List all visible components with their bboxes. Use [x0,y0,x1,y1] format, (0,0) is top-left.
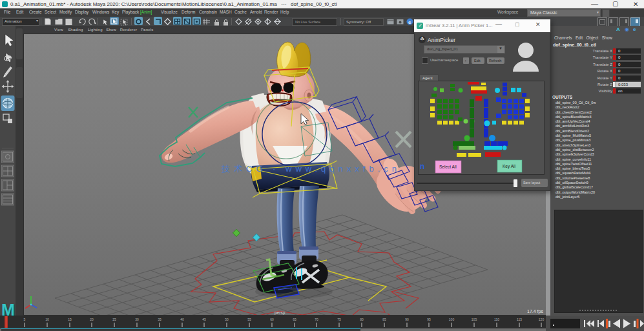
svg-text:110: 110 [494,317,499,321]
svg-text:100: 100 [449,317,455,321]
svg-text:40: 40 [180,317,184,321]
svg-text:95: 95 [427,317,431,321]
svg-text:17.4 fps: 17.4 fps [527,309,543,314]
svg-text:35: 35 [158,317,161,321]
svg-text:60: 60 [270,317,274,321]
svg-text:50: 50 [225,317,229,321]
svg-text:85: 85 [382,317,386,321]
svg-text:5: 5 [24,317,26,321]
svg-text:R: R [304,119,307,123]
svg-text:70: 70 [315,317,318,321]
svg-text:Key All: Key All [503,164,515,169]
svg-text:105: 105 [472,317,477,321]
svg-text:Select All: Select All [439,165,457,169]
svg-text:persp: persp [275,310,286,316]
svg-text:技术CG · www.qqnxxfb.cn: 技术CG · www.qqnxxfb.cn [221,164,400,174]
svg-text:120: 120 [539,317,545,321]
svg-text:80: 80 [360,317,364,321]
svg-text:15: 15 [68,317,72,321]
svg-text:10: 10 [45,317,49,321]
svg-text:55: 55 [247,317,251,321]
svg-text:90: 90 [405,317,409,321]
svg-text:30: 30 [135,317,139,321]
svg-text:115: 115 [517,317,522,321]
svg-text:65: 65 [293,317,296,321]
svg-text:45: 45 [202,317,206,321]
svg-text:75: 75 [337,317,341,321]
svg-text:20: 20 [90,317,94,321]
svg-text:n: n [420,162,424,171]
svg-text:e: e [408,19,411,25]
svg-text:25: 25 [112,317,116,321]
